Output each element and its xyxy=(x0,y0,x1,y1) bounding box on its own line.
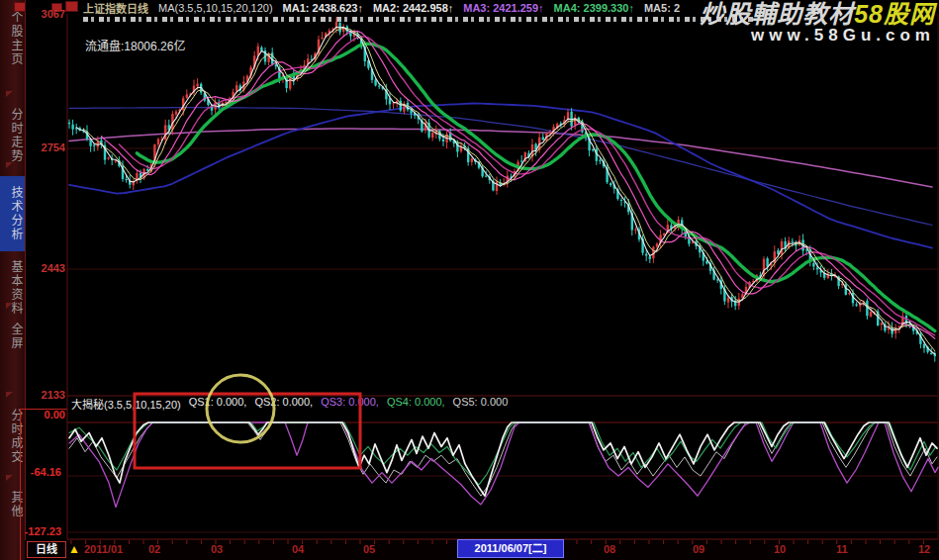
qs4-value: QS4: 0.000, xyxy=(387,396,445,408)
cursor-date-box: 2011/06/07[二] xyxy=(457,539,564,558)
watermark-url: www.58Gu.com xyxy=(700,27,935,45)
watermark: 炒股輔助教材58股网 www.58Gu.com xyxy=(700,1,935,45)
candlestick-chart-canvas[interactable] xyxy=(0,0,939,560)
indicator-header: 大揭秘(3.5,5,10,15,20) QS1: 0.000, QS2: 0.0… xyxy=(71,396,508,408)
watermark-brand-yellow: 58股网 xyxy=(854,0,935,28)
watermark-brand-gray: 炒股輔助教材 xyxy=(700,0,854,28)
period-selector[interactable]: 日线 xyxy=(27,541,66,558)
qs1-value: QS1: 0.000, xyxy=(189,396,247,408)
qs3-value: QS3: 0.000, xyxy=(321,396,379,408)
qs2-value: QS2: 0.000, xyxy=(254,396,313,408)
qs5-value: QS5: 0.000 xyxy=(453,396,509,408)
period-dropdown-icon[interactable]: ▲ xyxy=(68,541,80,557)
app-window: 个股主页 分时走势 技术分析 基本资料 全屏 分时成交 其他 上证指数日线 MA… xyxy=(0,0,939,560)
indicator-name: 大揭秘(3.5,5,10,15,20) xyxy=(71,396,181,408)
